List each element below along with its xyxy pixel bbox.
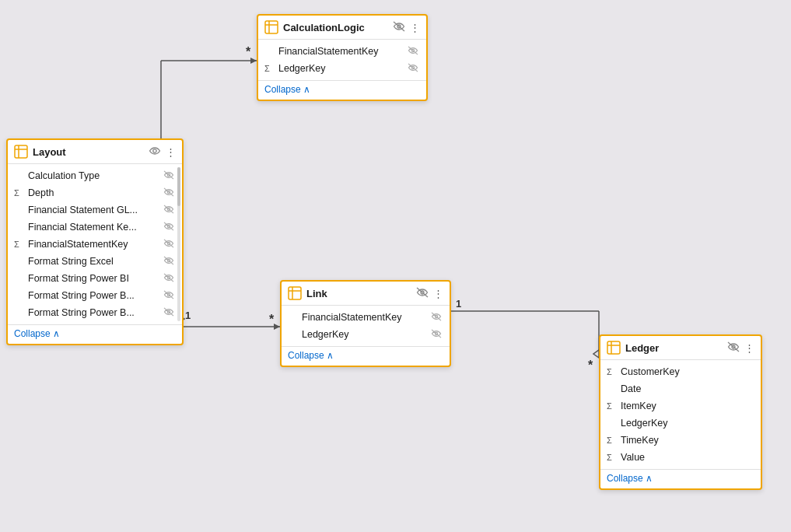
- row-hide-icon[interactable]: [408, 46, 418, 57]
- table-row: FinancialStatementKey: [258, 43, 426, 60]
- row-prefix: Σ: [14, 188, 25, 198]
- calculationlogic-footer: Collapse ∧: [258, 80, 426, 100]
- row-prefix: Σ: [14, 240, 25, 249]
- calculationlogic-header: CalculationLogic ⋮: [258, 16, 426, 40]
- table-row: Date: [600, 380, 761, 397]
- layout-table-icon: [14, 145, 28, 159]
- link-collapse[interactable]: Collapse ∧: [288, 350, 443, 361]
- row-hide-icon[interactable]: [163, 273, 174, 284]
- collapse-label: Collapse: [264, 84, 301, 95]
- calculationlogic-body: FinancialStatementKey Σ LedgerKey: [258, 40, 426, 80]
- ledger-dots-icon[interactable]: ⋮: [744, 342, 754, 354]
- ledger-hide-icon[interactable]: [727, 341, 740, 355]
- link-body: FinancialStatementKey LedgerKey: [282, 306, 450, 346]
- layout-title: Layout: [33, 146, 144, 158]
- link-footer: Collapse ∧: [282, 346, 450, 366]
- link-table-icon: [288, 286, 302, 300]
- row-hide-icon[interactable]: [431, 329, 442, 340]
- row-name: Date: [621, 383, 753, 394]
- row-hide-icon[interactable]: [163, 256, 174, 267]
- ledger-title: Ledger: [625, 342, 723, 354]
- layout-actions: ⋮: [149, 145, 176, 159]
- row-prefix: Σ: [607, 453, 618, 462]
- row-name: Financial Statement GL...: [28, 205, 160, 215]
- row-hide-icon[interactable]: [408, 63, 418, 74]
- table-row: Financial Statement Ke...: [8, 219, 182, 236]
- svg-marker-2: [250, 58, 257, 64]
- ledger-footer: Collapse ∧: [600, 469, 761, 488]
- layout-eye-icon[interactable]: [149, 145, 161, 159]
- ledger-header: Ledger ⋮: [600, 336, 761, 360]
- table-row: LedgerKey: [282, 326, 450, 343]
- link-card: Link ⋮ FinancialStatementKey LedgerKey C…: [280, 280, 451, 367]
- row-hide-icon[interactable]: [163, 307, 174, 318]
- row-name: FinancialStatementKey: [302, 312, 428, 323]
- svg-text:1: 1: [185, 310, 191, 321]
- scrollbar-thumb[interactable]: [177, 167, 180, 206]
- layout-dots-icon[interactable]: ⋮: [166, 146, 176, 158]
- scrollbar-track[interactable]: [177, 167, 180, 321]
- layout-card: Layout ⋮ Calculation Type Σ Depth Financ…: [6, 138, 184, 345]
- row-name: FinancialStatementKey: [278, 46, 404, 57]
- svg-rect-23: [15, 145, 27, 158]
- collapse-label: Collapse: [14, 328, 51, 339]
- row-hide-icon[interactable]: [163, 187, 174, 198]
- table-row: Σ CustomerKey: [600, 363, 761, 380]
- calculationlogic-card: CalculationLogic ⋮ FinancialStatementKey…: [257, 14, 428, 101]
- table-row: Format String Excel: [8, 253, 182, 270]
- svg-marker-8: [274, 324, 280, 330]
- row-hide-icon[interactable]: [431, 312, 442, 323]
- svg-text:*: *: [246, 45, 251, 58]
- row-name: CustomerKey: [621, 366, 753, 377]
- svg-text:1: 1: [456, 298, 461, 310]
- table-row: Σ LedgerKey: [258, 60, 426, 77]
- row-hide-icon[interactable]: [163, 239, 174, 250]
- row-name: ItemKey: [621, 401, 753, 411]
- row-prefix: Σ: [607, 367, 618, 376]
- row-prefix: Σ: [607, 436, 618, 445]
- row-name: Format String Excel: [28, 256, 160, 267]
- row-name: LedgerKey: [302, 329, 428, 340]
- row-name: Depth: [28, 187, 160, 198]
- table-row: Σ TimeKey: [600, 432, 761, 449]
- table-row: Format String Power BI: [8, 270, 182, 287]
- row-hide-icon[interactable]: [163, 290, 174, 301]
- row-hide-icon[interactable]: [163, 170, 174, 181]
- calculationlogic-dots-icon[interactable]: ⋮: [410, 22, 420, 33]
- row-name: LedgerKey: [621, 418, 753, 429]
- layout-collapse[interactable]: Collapse ∧: [14, 328, 176, 339]
- calculationlogic-title: CalculationLogic: [283, 22, 388, 33]
- table-row: Financial Statement GL...: [8, 201, 182, 219]
- row-hide-icon[interactable]: [163, 205, 174, 215]
- row-prefix: Σ: [264, 64, 275, 73]
- ledger-table-icon: [607, 341, 621, 355]
- calculationlogic-actions: ⋮: [393, 21, 420, 34]
- ledger-collapse[interactable]: Collapse ∧: [607, 473, 754, 484]
- row-name: FinancialStatementKey: [28, 239, 160, 250]
- svg-rect-42: [607, 341, 620, 354]
- table-row: Format String Power B...: [8, 304, 182, 321]
- table-row: FinancialStatementKey: [282, 309, 450, 326]
- row-hide-icon[interactable]: [163, 222, 174, 233]
- row-name: Value: [621, 452, 753, 463]
- collapse-chevron-icon: ∧: [303, 84, 310, 95]
- row-name: Format String Power BI: [28, 273, 160, 284]
- ledger-card: Ledger ⋮ Σ CustomerKey Date Σ ItemKey Le…: [599, 334, 762, 490]
- table-row: Σ Depth: [8, 184, 182, 201]
- layout-header: Layout ⋮: [8, 140, 182, 164]
- link-dots-icon[interactable]: ⋮: [433, 288, 443, 299]
- table-row: Format String Power B...: [8, 287, 182, 304]
- layout-body: Calculation Type Σ Depth Financial State…: [8, 164, 182, 324]
- row-name: TimeKey: [621, 435, 753, 446]
- svg-rect-17: [265, 21, 278, 33]
- row-name: Financial Statement Ke...: [28, 222, 160, 233]
- link-title: Link: [306, 288, 411, 299]
- ledger-actions: ⋮: [727, 341, 754, 355]
- calculationlogic-collapse[interactable]: Collapse ∧: [264, 84, 420, 95]
- calculationlogic-hide-icon[interactable]: [393, 21, 405, 34]
- link-actions: ⋮: [416, 287, 443, 300]
- collapse-chevron-icon: ∧: [53, 328, 60, 339]
- link-hide-icon[interactable]: [416, 287, 429, 300]
- collapse-label: Collapse: [607, 473, 643, 484]
- collapse-chevron-icon: ∧: [327, 350, 334, 361]
